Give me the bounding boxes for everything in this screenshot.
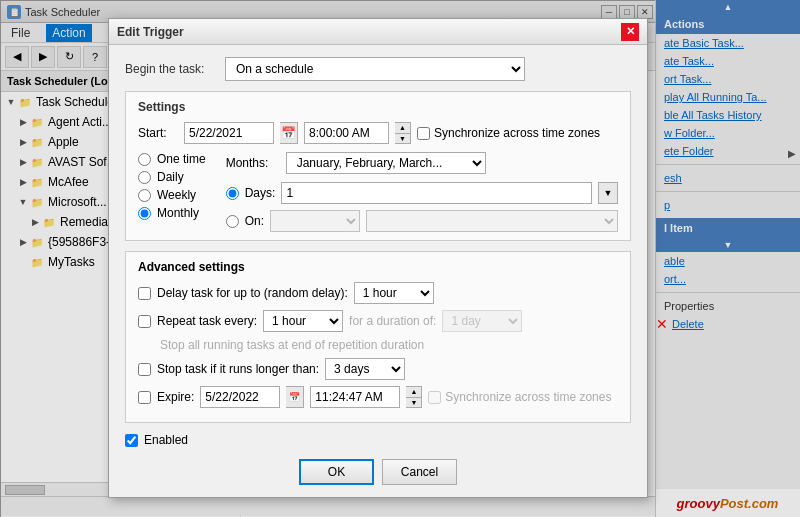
time-spinner[interactable]: ▲ ▼ bbox=[395, 122, 411, 144]
expire-row: Expire: 📅 ▲ ▼ Synchronize across time zo… bbox=[138, 386, 618, 408]
advanced-settings-title: Advanced settings bbox=[138, 260, 618, 274]
months-select[interactable]: January, February, March... bbox=[286, 152, 486, 174]
duration-select[interactable]: 1 day bbox=[442, 310, 522, 332]
stop-longer-checkbox[interactable] bbox=[138, 363, 151, 376]
enabled-row: Enabled bbox=[125, 433, 631, 447]
radio-group: One time Daily Weekly Monthly bbox=[138, 152, 206, 224]
expire-time-up[interactable]: ▲ bbox=[406, 387, 421, 398]
radio-weekly-text: Weekly bbox=[157, 188, 196, 202]
expire-checkbox[interactable] bbox=[138, 391, 151, 404]
radio-daily-text: Daily bbox=[157, 170, 184, 184]
expire-time-down[interactable]: ▼ bbox=[406, 398, 421, 408]
days-radio[interactable] bbox=[226, 187, 239, 200]
months-row: Months: January, February, March... bbox=[226, 152, 618, 174]
expire-time-spinner[interactable]: ▲ ▼ bbox=[406, 386, 422, 408]
enabled-label: Enabled bbox=[144, 433, 188, 447]
expire-label: Expire: bbox=[157, 390, 194, 404]
begin-task-select[interactable]: On a schedule bbox=[225, 57, 525, 81]
sync-timezone-checkbox[interactable] bbox=[417, 127, 430, 140]
dialog-body: Begin the task: On a schedule Settings S… bbox=[109, 45, 647, 497]
days-dropdown[interactable]: ▼ bbox=[598, 182, 618, 204]
repeat-checkbox[interactable] bbox=[138, 315, 151, 328]
start-time-input[interactable] bbox=[304, 122, 389, 144]
repeat-row: Repeat task every: 1 hour for a duration… bbox=[138, 310, 618, 332]
stop-running-row: Stop all running tasks at end of repetit… bbox=[138, 338, 618, 352]
delay-select[interactable]: 1 hour bbox=[354, 282, 434, 304]
begin-task-row: Begin the task: On a schedule bbox=[125, 57, 631, 81]
days-row: Days: ▼ bbox=[226, 182, 618, 204]
duration-label: for a duration of: bbox=[349, 314, 436, 328]
settings-label: Settings bbox=[138, 100, 618, 114]
on-row: On: bbox=[226, 210, 618, 232]
radio-monthly-label[interactable]: Monthly bbox=[138, 206, 206, 220]
radio-weekly-label[interactable]: Weekly bbox=[138, 188, 206, 202]
on-radio-label[interactable]: On: bbox=[226, 214, 264, 228]
modal-overlay: Edit Trigger ✕ Begin the task: On a sche… bbox=[0, 0, 800, 517]
expire-time-input[interactable] bbox=[310, 386, 400, 408]
time-down[interactable]: ▼ bbox=[395, 134, 410, 144]
dialog-titlebar: Edit Trigger ✕ bbox=[109, 19, 647, 45]
start-date-input[interactable] bbox=[184, 122, 274, 144]
delay-row: Delay task for up to (random delay): 1 h… bbox=[138, 282, 618, 304]
sync-timezone-label[interactable]: Synchronize across time zones bbox=[417, 126, 600, 140]
days-input[interactable] bbox=[281, 182, 592, 204]
button-row: OK Cancel bbox=[125, 459, 631, 485]
monthly-details: Months: January, February, March... Days… bbox=[226, 152, 618, 232]
months-label: Months: bbox=[226, 156, 286, 170]
on-label: On: bbox=[245, 214, 264, 228]
radio-one-time-text: One time bbox=[157, 152, 206, 166]
edit-trigger-dialog: Edit Trigger ✕ Begin the task: On a sche… bbox=[108, 18, 648, 498]
radio-monthly[interactable] bbox=[138, 207, 151, 220]
radio-one-time-label[interactable]: One time bbox=[138, 152, 206, 166]
ok-button[interactable]: OK bbox=[299, 459, 374, 485]
days-radio-label[interactable]: Days: bbox=[226, 186, 276, 200]
advanced-settings-group: Advanced settings Delay task for up to (… bbox=[125, 251, 631, 423]
stop-longer-select[interactable]: 3 days bbox=[325, 358, 405, 380]
time-up[interactable]: ▲ bbox=[395, 123, 410, 134]
delay-checkbox[interactable] bbox=[138, 287, 151, 300]
start-label: Start: bbox=[138, 126, 178, 140]
expire-date-input[interactable] bbox=[200, 386, 280, 408]
dialog-title: Edit Trigger bbox=[117, 25, 621, 39]
on-select2[interactable] bbox=[366, 210, 618, 232]
start-row: Start: 📅 ▲ ▼ Synchronize across time zon… bbox=[138, 122, 618, 144]
on-radio[interactable] bbox=[226, 215, 239, 228]
radio-one-time[interactable] bbox=[138, 153, 151, 166]
radio-daily[interactable] bbox=[138, 171, 151, 184]
begin-task-label: Begin the task: bbox=[125, 62, 225, 76]
radio-monthly-text: Monthly bbox=[157, 206, 199, 220]
schedule-layout: One time Daily Weekly Monthly bbox=[138, 152, 618, 232]
radio-daily-label[interactable]: Daily bbox=[138, 170, 206, 184]
settings-group: Settings Start: 📅 ▲ ▼ Synchronize across… bbox=[125, 91, 631, 241]
on-select1[interactable] bbox=[270, 210, 360, 232]
radio-weekly[interactable] bbox=[138, 189, 151, 202]
expire-sync-label[interactable]: Synchronize across time zones bbox=[428, 390, 611, 404]
expire-sync-text: Synchronize across time zones bbox=[445, 390, 611, 404]
sync-timezone-text: Synchronize across time zones bbox=[434, 126, 600, 140]
stop-longer-label: Stop task if it runs longer than: bbox=[157, 362, 319, 376]
repeat-select[interactable]: 1 hour bbox=[263, 310, 343, 332]
stop-running-label: Stop all running tasks at end of repetit… bbox=[160, 338, 424, 352]
dialog-close-button[interactable]: ✕ bbox=[621, 23, 639, 41]
expire-sync-checkbox[interactable] bbox=[428, 391, 441, 404]
delay-label: Delay task for up to (random delay): bbox=[157, 286, 348, 300]
cancel-button[interactable]: Cancel bbox=[382, 459, 457, 485]
days-label: Days: bbox=[245, 186, 276, 200]
enabled-checkbox[interactable] bbox=[125, 434, 138, 447]
expire-date-picker[interactable]: 📅 bbox=[286, 386, 304, 408]
date-picker-button[interactable]: 📅 bbox=[280, 122, 298, 144]
stop-longer-row: Stop task if it runs longer than: 3 days bbox=[138, 358, 618, 380]
repeat-label: Repeat task every: bbox=[157, 314, 257, 328]
